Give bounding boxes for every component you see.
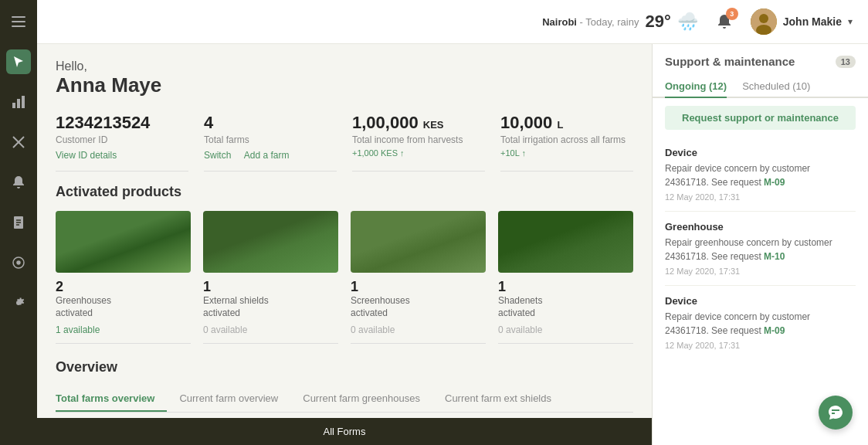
main-area: Nairobi - Today, rainy 29° 🌧️ 3 John Mak… <box>37 0 868 445</box>
shadenets-image <box>498 211 633 273</box>
notifications-badge: 3 <box>726 8 738 20</box>
greeting-hello: Hello, <box>56 59 633 73</box>
tab-current-farm[interactable]: Current farm overview <box>167 386 290 412</box>
right-panel: Support & maintenance 13 Ongoing (12) Sc… <box>652 44 868 445</box>
menu-icon[interactable] <box>6 9 31 34</box>
support-category-2: Greenhouse <box>665 221 856 233</box>
greeting-section: Hello, Anna Maye <box>56 59 633 97</box>
sidebar <box>0 0 37 445</box>
support-link-2[interactable]: M-10 <box>764 251 785 262</box>
bell-icon[interactable] <box>6 170 31 195</box>
support-time-1: 12 May 2020, 17:31 <box>665 192 856 202</box>
stat-customer-id: 1234213524 Customer ID View ID details <box>56 113 188 172</box>
tab-total-farms[interactable]: Total farms overview <box>56 386 167 412</box>
greenhouses-count: 2 <box>56 279 191 295</box>
svg-rect-0 <box>12 16 25 18</box>
activated-products-section: Activated products 2 Greenhousesactivate… <box>56 184 633 343</box>
tab-farm-greenhouses[interactable]: Current farm greenhouses <box>290 386 432 412</box>
add-farm-link[interactable]: Add a farm <box>244 150 290 161</box>
product-greenhouses: 2 Greenhousesactivated 1 available <box>56 211 191 343</box>
stats-row: 1234213524 Customer ID View ID details 4… <box>56 113 633 172</box>
support-title: Support & maintenance <box>665 55 795 68</box>
support-time-3: 12 May 2020, 17:31 <box>665 341 856 350</box>
weather-cloud-icon: 🌧️ <box>677 12 698 32</box>
weather-info: Nairobi - Today, rainy 29° 🌧️ <box>542 12 698 32</box>
temperature-display: 29° <box>645 12 670 32</box>
income-change: +1,000 KES ↑ <box>352 148 485 158</box>
view-id-link[interactable]: View ID details <box>56 150 117 161</box>
cursor-icon[interactable] <box>6 49 31 74</box>
tools-icon[interactable] <box>6 130 31 155</box>
support-item-3: Device Repair device concern by customer… <box>665 286 856 359</box>
support-desc-2: Repair greenhouse concern by customer 24… <box>665 236 856 263</box>
customer-id-value: 1234213524 <box>56 113 188 133</box>
switch-link[interactable]: Switch <box>204 150 231 161</box>
svg-rect-1 <box>12 21 25 22</box>
chevron-down-icon: ▾ <box>848 16 853 27</box>
shadenets-available: 0 available <box>498 324 633 335</box>
notifications-button[interactable]: 3 <box>710 8 738 36</box>
support-time-2: 12 May 2020, 17:31 <box>665 267 856 276</box>
svg-rect-4 <box>17 99 20 108</box>
right-panel-header: Support & maintenance 13 <box>653 44 868 76</box>
shadenets-count: 1 <box>498 279 633 295</box>
weather-desc: - Today, rainy <box>580 16 639 28</box>
irrigation-value: 10,000 L <box>500 113 633 133</box>
svg-point-13 <box>17 261 20 264</box>
overview-tabs: Total farms overview Current farm overvi… <box>56 386 633 413</box>
products-grid: 2 Greenhousesactivated 1 available 1 Ext… <box>56 211 633 343</box>
products-title: Activated products <box>56 184 633 200</box>
screenhouses-label: Screenhousesactivated <box>351 295 486 319</box>
screenhouses-image <box>351 211 486 273</box>
irrigation-change: +10L ↑ <box>500 148 633 158</box>
screenhouses-count: 1 <box>351 279 486 295</box>
screenhouses-available: 0 available <box>351 324 486 335</box>
support-item-1: Device Repair device concern by customer… <box>665 138 856 212</box>
product-shadenets: 1 Shadenetsactivated 0 available <box>498 211 633 343</box>
shadenets-label: Shadenetsactivated <box>498 295 633 319</box>
tab-ongoing[interactable]: Ongoing (12) <box>665 76 727 98</box>
stat-total-farms: 4 Total farms Switch Add a farm <box>204 113 337 172</box>
greeting-name: Anna Maye <box>56 73 633 97</box>
chart-icon[interactable] <box>6 90 31 114</box>
support-link-3[interactable]: M-09 <box>764 325 785 336</box>
product-screenhouses: 1 Screenhousesactivated 0 available <box>351 211 486 343</box>
product-ext-shields: 1 External shieldsactivated 0 available <box>203 211 338 343</box>
support-item-2: Greenhouse Repair greenhouse concern by … <box>665 212 856 286</box>
greenhouses-label: Greenhousesactivated <box>56 295 191 319</box>
svg-rect-3 <box>12 103 15 108</box>
header: Nairobi - Today, rainy 29° 🌧️ 3 John Mak… <box>37 0 868 44</box>
compass-icon[interactable] <box>6 250 31 275</box>
tab-scheduled[interactable]: Scheduled (10) <box>742 76 810 98</box>
user-name: John Makie <box>783 15 842 28</box>
chat-fab[interactable] <box>819 396 853 430</box>
support-category-3: Device <box>665 295 856 307</box>
shields-image <box>203 211 338 273</box>
svg-rect-2 <box>12 25 25 27</box>
avatar <box>751 8 777 35</box>
support-category-1: Device <box>665 147 856 158</box>
svg-rect-5 <box>22 96 25 108</box>
left-panel: Hello, Anna Maye 1234213524 Customer ID … <box>37 44 652 445</box>
doc-icon[interactable] <box>6 210 31 235</box>
greenhouses-available: 1 available <box>56 324 191 335</box>
request-support-button[interactable]: Request support or maintenance <box>665 106 856 130</box>
tab-farm-ext-shields[interactable]: Current farm ext shields <box>432 386 564 412</box>
irrigation-label: Total irrigation across all farms <box>500 134 633 145</box>
svg-point-15 <box>759 14 768 23</box>
income-label: Total income from harvests <box>352 134 485 145</box>
overview-title: Overview <box>56 359 633 375</box>
support-link-1[interactable]: M-09 <box>764 177 785 188</box>
income-value: 1,00,000 KES <box>352 113 485 133</box>
user-menu[interactable]: John Makie ▾ <box>751 8 853 35</box>
support-count-badge: 13 <box>836 56 856 68</box>
shields-count: 1 <box>203 279 338 295</box>
shields-available: 0 available <box>203 324 338 335</box>
all-forms-tab[interactable]: All Forms <box>37 418 652 445</box>
stat-irrigation: 10,000 L Total irrigation across all far… <box>500 113 633 172</box>
farms-label: Total farms <box>204 134 337 145</box>
settings-icon[interactable] <box>6 290 31 315</box>
all-forms-label: All Forms <box>324 426 366 437</box>
weather-location: Nairobi - Today, rainy <box>542 16 639 28</box>
support-tabs: Ongoing (12) Scheduled (10) <box>653 76 868 98</box>
